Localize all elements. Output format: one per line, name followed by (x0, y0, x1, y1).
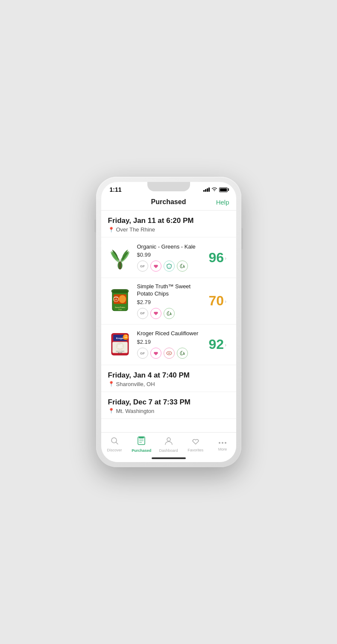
badge-leaf-2 (164, 308, 175, 319)
nav-purchased[interactable]: Purchased (128, 436, 155, 453)
session-2-location-text: Sharonville, OH (116, 381, 155, 387)
nav-favorites-label: Favorites (188, 448, 203, 452)
product-kale-badges: GF + (137, 261, 205, 272)
product-kale-score[interactable]: 96 › (209, 250, 230, 266)
svg-text:Sweet Potato: Sweet Potato (115, 307, 125, 308)
app-header: Purchased Help (101, 195, 236, 211)
product-chips-badges: GF (137, 308, 205, 319)
nav-dashboard[interactable]: Dashboard (155, 436, 182, 453)
nav-more-label: More (218, 447, 227, 451)
product-cauliflower-score[interactable]: 92 › (209, 337, 230, 352)
signal-icon (203, 187, 210, 192)
nav-discover-label: Discover (107, 448, 122, 452)
product-cauliflower-badges: GF (137, 348, 205, 359)
chevron-right-icon-2: › (225, 298, 226, 304)
nav-more[interactable]: More (209, 437, 236, 451)
location-pin-icon-3: 📍 (108, 408, 114, 414)
session-2-location: 📍 Sharonville, OH (108, 381, 229, 387)
product-cauliflower[interactable]: Kroger RICED CAULIFLOWER LOW CARB (101, 325, 236, 365)
chevron-right-icon-3: › (225, 342, 226, 348)
session-1-header: Friday, Jan 11 at 6:20 PM 📍 Over The Rhi… (101, 211, 236, 237)
product-kale[interactable]: Organic - Greens - Kale $0.99 GF + (101, 237, 236, 278)
svg-line-33 (116, 442, 118, 445)
session-3-date: Friday, Dec 7 at 7:33 PM (108, 398, 229, 407)
product-kale-image (107, 243, 133, 272)
product-cauliflower-info: Kroger Riced Cauliflower $2.19 GF (137, 330, 205, 359)
nav-dashboard-label: Dashboard (159, 448, 178, 453)
svg-text:Chips: Chips (118, 308, 122, 310)
badge-meat (164, 348, 175, 359)
badge-heart-2 (150, 308, 161, 319)
nav-purchased-label: Purchased (132, 448, 151, 453)
session-3-header: Friday, Dec 7 at 7:33 PM 📍 Mt. Washingto… (101, 392, 236, 419)
product-kale-name: Organic - Greens - Kale (137, 243, 205, 251)
nav-discover[interactable]: Discover (101, 436, 128, 452)
badge-heart (150, 261, 161, 272)
product-cauliflower-name: Kroger Riced Cauliflower (137, 330, 205, 337)
svg-point-10 (119, 295, 126, 303)
more-icon (218, 437, 227, 446)
session-2-date: Friday, Jan 4 at 7:40 PM (108, 371, 229, 380)
svg-text:CARB: CARB (124, 337, 127, 338)
product-chips-image: simple truth Sweet Potato Chips (107, 286, 133, 316)
notch (147, 182, 190, 191)
discover-icon (110, 436, 119, 447)
phone-screen: 1:11 (101, 182, 236, 462)
svg-text:simple: simple (114, 297, 118, 299)
nav-favorites[interactable]: Favorites (182, 437, 209, 452)
favorites-icon (191, 437, 200, 447)
session-3-location: 📍 Mt. Washington (108, 408, 229, 414)
svg-point-23 (117, 346, 119, 348)
session-2-header: Friday, Jan 4 at 7:40 PM 📍 Sharonville, … (101, 365, 236, 392)
badge-shield: + (164, 261, 175, 272)
svg-point-39 (167, 438, 170, 441)
svg-text:RICED: RICED (117, 352, 122, 354)
badge-heart-3 (150, 348, 161, 359)
badge-leaf-3 (177, 348, 188, 359)
main-content: Friday, Jan 11 at 6:20 PM 📍 Over The Rhi… (101, 211, 236, 432)
session-1-date: Friday, Jan 11 at 6:20 PM (108, 217, 229, 225)
purchased-icon (137, 436, 146, 448)
status-icons (203, 187, 228, 193)
location-pin-icon: 📍 (108, 227, 114, 233)
product-kale-price: $0.99 (137, 252, 205, 258)
wifi-icon (211, 187, 217, 193)
badge-gf: GF (137, 261, 148, 272)
svg-point-22 (119, 346, 121, 349)
svg-point-31 (168, 352, 170, 354)
svg-point-42 (225, 442, 226, 444)
product-kale-info: Organic - Greens - Kale $0.99 GF + (137, 243, 205, 272)
product-chips-score[interactable]: 70 › (209, 293, 230, 309)
product-chips[interactable]: simple truth Sweet Potato Chips Simple T… (101, 278, 236, 325)
svg-text:CAULIFLOWER: CAULIFLOWER (115, 351, 124, 352)
product-chips-name: Simple Truth™ Sweet Potato Chips (137, 283, 205, 298)
session-1-location: 📍 Over The Rhine (108, 226, 229, 233)
session-3-location-text: Mt. Washington (116, 408, 155, 414)
battery-icon (219, 187, 228, 192)
chevron-right-icon: › (225, 255, 226, 261)
bottom-nav: Discover Purchased (101, 432, 236, 454)
product-chips-info: Simple Truth™ Sweet Potato Chips $2.79 G… (137, 283, 205, 319)
help-button[interactable]: Help (216, 199, 229, 206)
badge-leaf (177, 261, 188, 272)
badge-gf-2: GF (137, 308, 148, 319)
svg-point-40 (219, 442, 220, 444)
session-1-location-text: Over The Rhine (116, 226, 155, 233)
svg-point-24 (121, 346, 123, 348)
page-title: Purchased (151, 198, 186, 206)
dashboard-icon (164, 436, 173, 448)
svg-point-41 (222, 442, 223, 444)
svg-text:+: + (168, 265, 170, 268)
product-cauliflower-image: Kroger RICED CAULIFLOWER LOW CARB (107, 330, 133, 360)
svg-rect-38 (139, 436, 144, 438)
badge-gf-3: GF (137, 348, 148, 359)
svg-rect-11 (111, 289, 129, 293)
svg-text:truth: truth (114, 299, 117, 301)
phone-frame: 1:11 (96, 177, 241, 467)
status-time: 1:11 (110, 186, 122, 193)
location-pin-icon-2: 📍 (108, 381, 114, 387)
product-cauliflower-price: $2.19 (137, 339, 205, 345)
home-bar (152, 457, 186, 459)
product-chips-price: $2.79 (137, 299, 205, 305)
home-indicator (101, 454, 236, 462)
